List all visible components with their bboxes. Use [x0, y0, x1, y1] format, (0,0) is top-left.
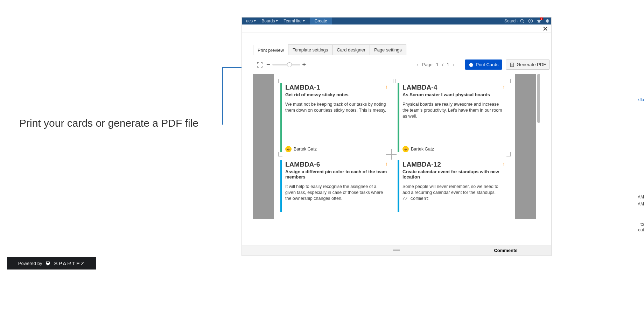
card-summary: As Scrum master I want physical boards — [402, 92, 505, 97]
dialog-close-bar — [242, 24, 551, 33]
card-stripe — [398, 83, 399, 152]
preview-toolbar: − + ‹ Page 1 / 1 › Print Cards Generate … — [242, 55, 551, 74]
svg-text:?: ? — [530, 20, 532, 23]
priority-arrow-icon: ↑ — [503, 84, 505, 90]
tab-print-preview[interactable]: Print preview — [253, 45, 288, 55]
card-description: Some people will never remember, so we n… — [402, 184, 505, 202]
nav-item-teamhire[interactable]: TeamHire — [281, 18, 307, 24]
scrollbar[interactable] — [537, 74, 540, 219]
preview-sheet: ↑ LAMBDA-1 Get rid of messy sticky notes… — [274, 74, 515, 219]
card-stripe — [280, 83, 282, 152]
svg-rect-10 — [511, 63, 514, 66]
pager: ‹ Page 1 / 1 › — [417, 62, 454, 67]
create-button[interactable]: Create — [310, 18, 332, 24]
generate-pdf-button[interactable]: Generate PDF — [506, 59, 550, 70]
avatar: 🐱 — [402, 146, 409, 152]
favorite-icon[interactable]: 1 — [537, 19, 541, 23]
tab-page-settings[interactable]: Page settings — [370, 44, 406, 55]
card: ↑ LAMBDA-1 Get rid of messy sticky notes… — [280, 81, 391, 154]
card-description: We must not be keeping track of our task… — [285, 102, 388, 113]
comments-section-header[interactable]: Comments — [460, 245, 551, 255]
card-summary: Get rid of messy sticky notes — [285, 92, 388, 97]
app-screenshot: ues Boards TeamHire Create Search ? 1 Pr… — [242, 18, 551, 255]
preview-canvas[interactable]: ↑ LAMBDA-1 Get rid of messy sticky notes… — [253, 74, 536, 219]
card-assignee: 🐱Bartek Gatz — [402, 146, 434, 152]
bg-text: out — [638, 227, 644, 232]
close-icon[interactable] — [543, 26, 548, 31]
card-key: LAMBDA-12 — [402, 161, 505, 168]
preview-area: ↑ LAMBDA-1 Get rid of messy sticky notes… — [253, 74, 540, 219]
bg-text: AM — [638, 195, 644, 200]
priority-arrow-icon: ↑ — [503, 161, 505, 167]
card: ↑ LAMBDA-12 Create calendar event for st… — [398, 158, 509, 214]
card: ↑ LAMBDA-6 Assign a different pin color … — [280, 158, 391, 214]
card-assignee: 🐱Bartek Gatz — [285, 146, 317, 152]
card-key: LAMBDA-6 — [285, 161, 388, 168]
card-key: LAMBDA-4 — [402, 84, 505, 91]
print-cards-button[interactable]: Print Cards — [465, 59, 502, 70]
priority-arrow-icon: ↑ — [385, 84, 388, 90]
tab-card-designer[interactable]: Card designer — [332, 44, 370, 55]
spartez-logo-icon — [45, 260, 51, 266]
bg-text: to — [640, 222, 644, 227]
nav-item-boards[interactable]: Boards — [259, 18, 281, 24]
bg-text: kflo — [637, 97, 644, 102]
card-description: Physical boards are really awesome and i… — [402, 102, 505, 119]
card-summary: Assign a different pin color to each of … — [285, 169, 388, 180]
card-summary: Create calendar event for standups with … — [402, 169, 505, 180]
powered-by-footer: Powered by SPARTEZ — [7, 257, 96, 270]
zoom-in-icon[interactable]: + — [302, 61, 306, 68]
fullscreen-icon[interactable] — [257, 62, 263, 68]
card: ↑ LAMBDA-4 As Scrum master I want physic… — [398, 81, 509, 154]
marketing-caption: Print your cards or generate a PDF file — [19, 117, 198, 129]
svg-point-0 — [520, 19, 523, 22]
resize-handle-icon — [393, 250, 400, 252]
zoom-slider[interactable]: − + — [266, 61, 306, 68]
powered-by-prefix: Powered by — [18, 261, 42, 266]
card-stripe — [280, 160, 282, 212]
nav-item-issues[interactable]: ues — [243, 18, 259, 24]
page-label: Page — [422, 62, 432, 67]
tab-template-settings[interactable]: Template settings — [288, 44, 332, 55]
printer-icon — [469, 62, 474, 67]
page-next-icon[interactable]: › — [453, 62, 454, 67]
zoom-out-icon[interactable]: − — [266, 61, 270, 68]
card-description: It will help to easily recognise the ass… — [285, 184, 388, 202]
search-icon — [520, 19, 525, 23]
card-stripe — [398, 160, 399, 212]
search-input[interactable]: Search — [504, 19, 525, 23]
page-current: 1 — [436, 62, 439, 67]
gear-icon[interactable] — [545, 19, 550, 23]
page-sep: / — [442, 62, 443, 67]
page-prev-icon[interactable]: ‹ — [417, 62, 418, 67]
svg-line-1 — [523, 22, 524, 23]
avatar: 🐱 — [285, 146, 292, 152]
pdf-icon — [510, 62, 514, 67]
bg-text: AM — [638, 202, 644, 206]
tabs: Print preview Template settings Card des… — [242, 44, 551, 55]
brand-name: SPARTEZ — [54, 260, 85, 266]
card-key: LAMBDA-1 — [285, 84, 388, 91]
priority-arrow-icon: ↑ — [385, 161, 388, 167]
svg-rect-9 — [470, 65, 472, 66]
top-nav: ues Boards TeamHire Create Search ? 1 — [242, 18, 551, 24]
page-total: 1 — [447, 62, 449, 67]
help-icon[interactable]: ? — [528, 19, 533, 23]
svg-rect-7 — [470, 63, 472, 64]
notification-badge: 1 — [540, 18, 543, 20]
